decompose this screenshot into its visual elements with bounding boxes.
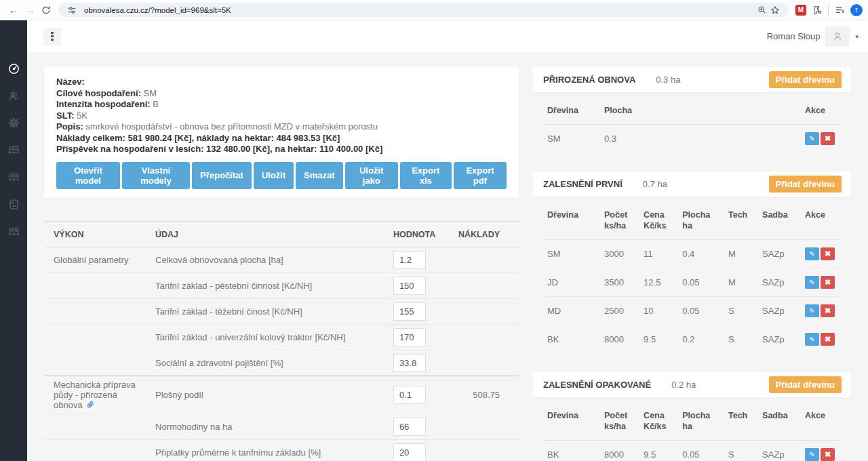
edit-icon[interactable]: ✎ [805, 276, 819, 289]
vykon-cell [44, 350, 151, 376]
panel-title: ZALESNĚNÍ PRVNÍ [543, 179, 623, 189]
delete-icon[interactable]: ✖ [821, 304, 835, 317]
zoom-icon[interactable] [755, 3, 768, 17]
naklady-cell [454, 298, 519, 324]
save-button[interactable]: Uložit [254, 162, 294, 189]
panel-area: 0.2 ha [671, 380, 696, 390]
udaj-cell: Tarifní základ - univerzální kolový trak… [151, 324, 389, 350]
report-document-icon[interactable] [5, 195, 22, 213]
tech-cell: S [726, 441, 760, 461]
hodnota-input[interactable] [393, 251, 426, 269]
table-row: Normohodiny na ha [44, 414, 519, 439]
hodnota-input[interactable] [393, 328, 426, 346]
info-cilove-label: Cílové hospodaření: [56, 88, 141, 98]
extension-icon[interactable]: M [795, 5, 806, 16]
export-xls-button[interactable]: Export xls [400, 162, 452, 189]
add-drevina-button[interactable]: Přidat dřevinu [769, 71, 842, 88]
panel-prirozena-obnova: PŘIROZENÁ OBNOVA 0.3 ha Přidat dřevinu D… [532, 67, 851, 153]
bookmark-star-icon[interactable] [768, 3, 782, 17]
url-text[interactable]: obnovalesa.czu.cz/?model_id=969&slt=5K [84, 6, 755, 14]
col-header-drevina: Dřevina [543, 96, 601, 125]
table-row: Tarifní základ - pěstební činnost [Kč/NH… [44, 273, 519, 298]
plocha-cell: 0.4 [679, 240, 726, 268]
delete-button[interactable]: Smazat [296, 162, 343, 189]
menu-toggle-button[interactable] [43, 28, 61, 45]
own-models-button[interactable]: Vlastní modely [122, 162, 190, 189]
col-header-akce: Akce [802, 201, 840, 240]
delete-icon[interactable]: ✖ [821, 333, 835, 346]
drevina-cell: MD [543, 297, 601, 325]
address-bar[interactable]: obnovalesa.czu.cz/?model_id=969&slt=5K [58, 3, 789, 18]
info-popis: Popis: smrkové hospodářství - obnova bez… [56, 121, 507, 133]
hodnota-input[interactable] [393, 418, 426, 436]
col-header-plocha: Plochaha [679, 201, 726, 240]
table-row: BK 8000 9.5 0.2 S SAZp ✎ ✖ [543, 325, 840, 354]
recalculate-button[interactable]: Přepočítat [192, 162, 252, 189]
col-header-sadba: Sadba [760, 201, 802, 240]
hodnota-input[interactable] [393, 443, 426, 461]
catalog-book-icon[interactable] [5, 168, 22, 186]
user-avatar-button[interactable] [825, 26, 850, 47]
panel-zalesneni-prvni: ZALESNĚNÍ PRVNÍ 0.7 ha Přidat dřevinu Dř… [532, 172, 851, 353]
vykon-cell [44, 273, 151, 298]
udaj-cell: Tarifní základ - těžební činost [Kč/NH] [151, 298, 389, 324]
plocha-cell: 0.3 [601, 125, 802, 153]
reload-icon[interactable] [38, 2, 54, 18]
info-slt-label: SLT: [56, 111, 74, 121]
delete-icon[interactable]: ✖ [821, 247, 835, 260]
sadba-cell: SAZp [760, 268, 802, 297]
tab-list-icon[interactable] [833, 3, 846, 17]
extensions-puzzle-icon[interactable] [810, 3, 824, 17]
col-header-cena: CenaKč/ks [641, 201, 679, 240]
parameters-table: VÝKON ÚDAJ HODNOTA NÁKLADY Globální para… [44, 221, 519, 461]
cena-cell: 9.5 [641, 325, 679, 354]
delete-icon[interactable]: ✖ [821, 448, 835, 461]
dashboard-icon[interactable] [5, 60, 22, 77]
hodnota-input[interactable] [393, 277, 426, 295]
vykon-cell [44, 298, 151, 324]
attachment-paperclip-icon[interactable] [86, 401, 95, 409]
hodnota-input[interactable] [393, 354, 426, 372]
naklady-cell [454, 414, 519, 439]
delete-icon[interactable]: ✖ [821, 276, 835, 289]
back-icon[interactable]: ← [5, 2, 22, 18]
save-as-button[interactable]: Uložit jako [345, 162, 398, 189]
edit-icon[interactable]: ✎ [805, 247, 819, 260]
table-row: SM 0.3 ✎ ✖ [543, 125, 840, 153]
export-pdf-button[interactable]: Export pdf [454, 162, 507, 189]
vykon-cell [44, 439, 151, 461]
browser-profile-avatar[interactable]: r [850, 4, 863, 16]
delete-icon[interactable]: ✖ [821, 132, 835, 145]
udaj-cell: Tarifní základ - pěstební činnost [Kč/NH… [151, 273, 389, 298]
open-model-button[interactable]: Otevřít model [56, 162, 120, 189]
info-slt: SLT: 5K [56, 111, 507, 122]
add-drevina-button[interactable]: Přidat dřevinu [769, 376, 842, 393]
udaj-cell: Připlatky průměrné k tarifnímu základu [… [151, 439, 389, 461]
table-row: Globální parametry Celková obnovovaná pl… [44, 247, 519, 273]
manual-book-icon[interactable] [5, 222, 22, 240]
hodnota-input[interactable] [393, 386, 426, 404]
col-header-cena: CenaKč/ks [641, 401, 679, 441]
info-intenzita: Intenzita hospodaření: B [56, 99, 507, 111]
tech-cell: M [726, 268, 760, 297]
udaj-cell: Sociální a zdravotní pojištění [%] [151, 350, 389, 376]
tech-cell: S [726, 325, 760, 354]
users-icon[interactable] [5, 87, 22, 104]
edit-icon[interactable]: ✎ [805, 333, 819, 346]
user-menu-caret-icon[interactable]: ▾ [855, 33, 859, 40]
models-book-icon[interactable] [5, 141, 22, 159]
settings-gear-icon[interactable] [5, 114, 22, 132]
edit-icon[interactable]: ✎ [805, 448, 819, 461]
pocet-cell: 2500 [601, 297, 641, 325]
vykon-cell [44, 324, 151, 350]
forward-icon[interactable]: → [22, 2, 38, 18]
hodnota-input[interactable] [393, 302, 426, 321]
panel-area: 0.7 ha [643, 179, 667, 189]
plocha-cell: 0.05 [679, 268, 726, 297]
col-header-plocha: Plochaha [679, 401, 726, 441]
add-drevina-button[interactable]: Přidat dřevinu [769, 176, 842, 193]
table-row: SM 3000 11 0.4 M SAZp ✎ ✖ [543, 240, 840, 268]
site-info-icon[interactable] [65, 3, 79, 17]
edit-icon[interactable]: ✎ [805, 304, 819, 317]
edit-icon[interactable]: ✎ [805, 132, 819, 145]
